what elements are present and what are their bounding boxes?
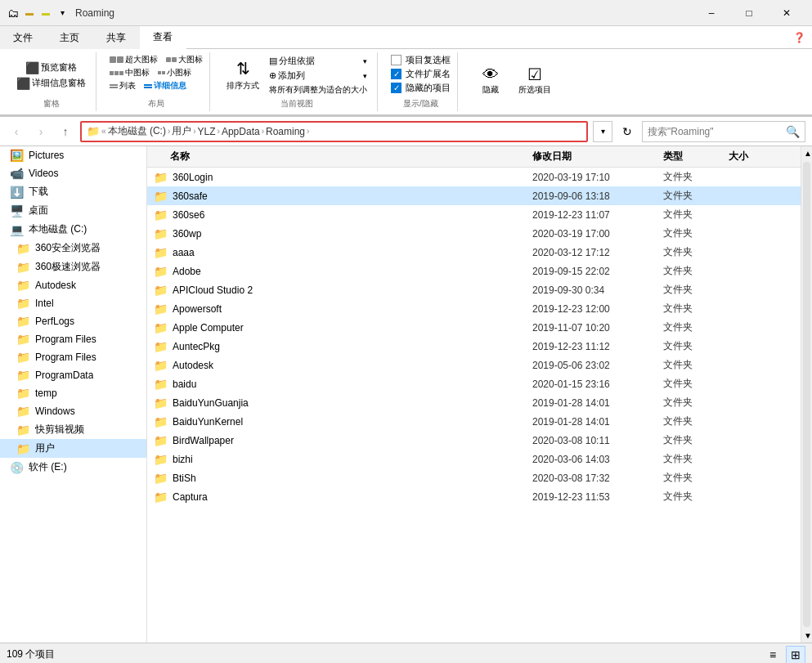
table-row[interactable]: 📁 Apowersoft 2019-12-23 12:00 文件夹 [147, 299, 801, 318]
ext-checkbox-icon[interactable]: ✓ [391, 69, 402, 79]
table-row[interactable]: 📁 Captura 2019-12-23 11:53 文件夹 [147, 487, 801, 506]
sidebar-item-desktop[interactable]: 🖥️ 桌面 [0, 201, 146, 220]
sidebar-item-local-disk[interactable]: 💻 本地磁盘 (C:) [0, 220, 146, 239]
details-btn[interactable]: 详细信息 [154, 80, 186, 92]
sidebar-item-perflogs[interactable]: 📁 PerfLogs [0, 312, 146, 330]
sidebar-item-temp[interactable]: 📁 temp [0, 384, 146, 402]
col-header-name[interactable]: 名称 [154, 150, 532, 164]
col-header-size[interactable]: 大小 [729, 150, 794, 164]
sidebar-item-360-safe-browser[interactable]: 📁 360安全浏览器 [0, 239, 146, 258]
folder-icon: 📁 [154, 453, 168, 466]
sidebar-item-program-files2[interactable]: 📁 Program Files [0, 348, 146, 366]
scroll-up-btn[interactable]: ▲ [801, 146, 812, 160]
sidebar-item-users[interactable]: 📁 用户 [0, 439, 146, 458]
table-row[interactable]: 📁 Adobe 2019-09-15 22:02 文件夹 [147, 262, 801, 280]
path-segment-0[interactable]: 本地磁盘 (C:) [108, 124, 166, 138]
tab-share[interactable]: 共享 [93, 26, 140, 49]
path-segment-3[interactable]: AppData [222, 126, 260, 137]
hidden-checkbox-icon[interactable]: ✓ [391, 83, 402, 93]
table-row[interactable]: 📁 BtiSh 2020-03-08 17:32 文件夹 [147, 468, 801, 487]
sidebar-item-drive-e[interactable]: 💿 软件 (E:) [0, 458, 146, 477]
sort-by-button[interactable]: ⇅ 排序方式 [223, 57, 262, 93]
col-header-type[interactable]: 类型 [663, 150, 729, 164]
file-date-12: 2019-01-28 14:01 [532, 397, 663, 409]
group-by-button[interactable]: ▤ 分组依据 ▾ [266, 54, 370, 68]
path-segment-2[interactable]: YLZ [198, 126, 216, 137]
tab-home[interactable]: 主页 [47, 26, 93, 49]
sidebar-item-videos[interactable]: 📹 Videos [0, 164, 146, 182]
table-row[interactable]: 📁 APICloud Studio 2 2019-09-30 0:34 文件夹 [147, 280, 801, 299]
detail-view-toggle[interactable]: ⊞ [786, 646, 805, 664]
table-row[interactable]: 📁 360se6 2019-12-23 11:07 文件夹 [147, 205, 801, 224]
sidebar-item-pictures[interactable]: 🖼️ Pictures [0, 146, 146, 164]
table-row[interactable]: 📁 360wp 2020-03-19 17:00 文件夹 [147, 224, 801, 243]
selected-items-button[interactable]: ☑ 所选项目 [514, 65, 556, 97]
sidebar-item-downloads[interactable]: ⬇️ 下载 [0, 182, 146, 201]
file-date-11: 2020-01-15 23:16 [532, 379, 663, 390]
col-header-date[interactable]: 修改日期 [532, 150, 663, 164]
scrollbar[interactable]: ▲ ▼ [801, 146, 812, 643]
search-input[interactable] [648, 126, 786, 137]
path-segment-4[interactable]: Roaming [266, 126, 305, 137]
address-path[interactable]: 📁 « 本地磁盘 (C:) › 用户 › YLZ › AppData › Roa… [80, 121, 588, 142]
scroll-down-btn[interactable]: ▼ [801, 629, 812, 643]
app-icon: 🗂 [7, 7, 20, 20]
table-row[interactable]: 📁 360safe 2019-09-06 13:18 文件夹 [147, 186, 801, 205]
table-row[interactable]: 📁 Apple Computer 2019-11-07 10:20 文件夹 [147, 318, 801, 337]
table-row[interactable]: 📁 AuntecPkg 2019-12-23 11:12 文件夹 [147, 337, 801, 356]
preview-pane-button[interactable]: ⬛ 预览窗格 [13, 60, 89, 74]
file-name-16: 📁 BtiSh [154, 472, 532, 485]
view-toggle: ≡ ⊞ [763, 646, 805, 664]
tab-file[interactable]: 文件 [0, 26, 47, 49]
folder-icon: 📁 [154, 359, 168, 372]
add-column-button[interactable]: ⊕ 添加列 ▾ [266, 69, 370, 83]
table-row[interactable]: 📁 BirdWallpaper 2020-03-08 10:11 文件夹 [147, 431, 801, 450]
close-button[interactable]: ✕ [768, 0, 805, 26]
fit-columns-button[interactable]: 将所有列调整为适合的大小 [266, 83, 370, 96]
quick-access-icon1[interactable]: ▬ [23, 7, 36, 20]
table-row[interactable]: 📁 BaiduYunKernel 2019-01-28 14:01 文件夹 [147, 412, 801, 431]
up-button[interactable]: ↑ [56, 122, 75, 141]
quick-access-icon2[interactable]: ▬ [39, 7, 52, 20]
table-row[interactable]: 📁 BaiduYunGuanjia 2019-01-28 14:01 文件夹 [147, 393, 801, 412]
refresh-button[interactable]: ↻ [617, 122, 637, 141]
quick-access-dropdown[interactable]: ▾ [56, 7, 69, 20]
sidebar-item-program-files1[interactable]: 📁 Program Files [0, 330, 146, 348]
details-pane-button[interactable]: ⬛ 详细信息窗格 [13, 76, 89, 90]
sidebar-item-programdata[interactable]: 📁 ProgramData [0, 366, 146, 384]
videos-icon: 📹 [10, 167, 24, 180]
item-checkbox-icon[interactable] [391, 55, 402, 65]
list-btn[interactable]: 列表 [119, 80, 136, 92]
sidebar-item-intel[interactable]: 📁 Intel [0, 294, 146, 312]
sidebar-item-autodesk[interactable]: 📁 Autodesk [0, 276, 146, 294]
file-type-17: 文件夹 [663, 490, 729, 504]
table-row[interactable]: 📁 bizhi 2020-03-06 14:03 文件夹 [147, 450, 801, 468]
table-row[interactable]: 📁 Autodesk 2019-05-06 23:02 文件夹 [147, 356, 801, 374]
file-date-3: 2020-03-19 17:00 [532, 228, 663, 240]
maximize-button[interactable]: □ [730, 0, 768, 26]
tab-view[interactable]: 查看 [140, 26, 186, 50]
small-icon-btn[interactable]: 小图标 [167, 67, 191, 78]
large-icon-btn[interactable]: 大图标 [178, 54, 203, 65]
sidebar-item-video-edit[interactable]: 📁 快剪辑视频 [0, 420, 146, 439]
sidebar-item-360-speed-browser[interactable]: 📁 360极速浏览器 [0, 258, 146, 276]
path-dropdown-button[interactable]: ▾ [593, 121, 612, 142]
medium-icon-btn[interactable]: 中图标 [125, 67, 150, 78]
path-segment-1[interactable]: 用户 [172, 124, 191, 138]
scroll-thumb[interactable] [803, 162, 810, 627]
minimize-button[interactable]: – [693, 0, 730, 26]
folder-icon: 📁 [154, 396, 168, 410]
table-row[interactable]: 📁 360Login 2020-03-19 17:10 文件夹 [147, 168, 801, 186]
search-icon[interactable]: 🔍 [786, 125, 800, 138]
extra-large-icon-btn[interactable]: 超大图标 [125, 54, 158, 65]
forward-button[interactable]: › [31, 122, 51, 141]
table-row[interactable]: 📁 baidu 2020-01-15 23:16 文件夹 [147, 374, 801, 393]
help-icon[interactable]: ❓ [793, 32, 805, 43]
sidebar-item-windows[interactable]: 📁 Windows [0, 402, 146, 420]
back-button[interactable]: ‹ [7, 122, 26, 141]
show-hide-buttons: 项目复选框 ✓ 文件扩展名 ✓ 隐藏的项目 [391, 54, 451, 96]
list-view-toggle[interactable]: ≡ [763, 646, 783, 664]
table-row[interactable]: 📁 aaaa 2020-03-12 17:12 文件夹 [147, 243, 801, 262]
file-date-10: 2019-05-06 23:02 [532, 360, 663, 371]
hide-button[interactable]: 👁 隐藏 [471, 65, 510, 97]
